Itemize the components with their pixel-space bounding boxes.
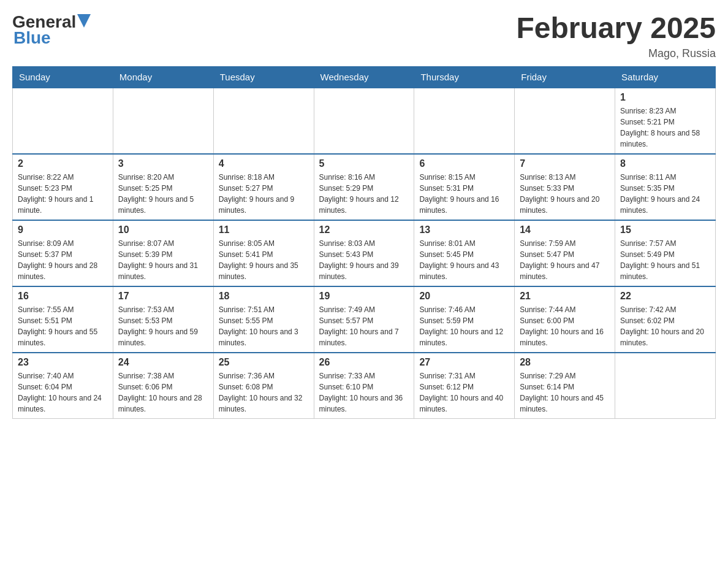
day-number: 26 — [319, 357, 409, 368]
day-info: Sunrise: 8:22 AM Sunset: 5:23 PM Dayligh… — [18, 172, 108, 216]
calendar-cell — [414, 88, 515, 154]
day-number: 14 — [520, 224, 610, 236]
calendar-cell — [515, 88, 615, 154]
day-info: Sunrise: 7:49 AM Sunset: 5:57 PM Dayligh… — [319, 304, 409, 348]
day-number: 10 — [118, 224, 208, 236]
day-info: Sunrise: 8:13 AM Sunset: 5:33 PM Dayligh… — [520, 172, 610, 216]
logo-blue: Blue — [13, 28, 51, 48]
calendar-week-3: 9Sunrise: 8:09 AM Sunset: 5:37 PM Daylig… — [13, 220, 716, 286]
calendar-cell: 13Sunrise: 8:01 AM Sunset: 5:45 PM Dayli… — [414, 220, 515, 286]
day-number: 11 — [219, 224, 309, 236]
calendar-header-row: SundayMondayTuesdayWednesdayThursdayFrid… — [13, 66, 716, 88]
day-info: Sunrise: 8:23 AM Sunset: 5:21 PM Dayligh… — [620, 105, 710, 150]
calendar-cell — [615, 353, 716, 419]
calendar-table: SundayMondayTuesdayWednesdayThursdayFrid… — [12, 66, 716, 419]
day-number: 27 — [419, 357, 509, 368]
day-number: 4 — [219, 158, 309, 169]
calendar-cell: 19Sunrise: 7:49 AM Sunset: 5:57 PM Dayli… — [314, 286, 414, 353]
calendar-week-5: 23Sunrise: 7:40 AM Sunset: 6:04 PM Dayli… — [13, 353, 716, 419]
day-info: Sunrise: 7:36 AM Sunset: 6:08 PM Dayligh… — [219, 370, 309, 415]
day-number: 1 — [620, 92, 710, 103]
day-header-friday: Friday — [515, 66, 615, 88]
svg-marker-0 — [77, 14, 91, 28]
calendar-cell: 6Sunrise: 8:15 AM Sunset: 5:31 PM Daylig… — [414, 154, 515, 220]
calendar-cell: 1Sunrise: 8:23 AM Sunset: 5:21 PM Daylig… — [615, 88, 716, 154]
calendar-cell: 2Sunrise: 8:22 AM Sunset: 5:23 PM Daylig… — [13, 154, 113, 220]
day-info: Sunrise: 7:53 AM Sunset: 5:53 PM Dayligh… — [118, 304, 208, 348]
day-info: Sunrise: 7:46 AM Sunset: 5:59 PM Dayligh… — [419, 304, 509, 348]
calendar-week-2: 2Sunrise: 8:22 AM Sunset: 5:23 PM Daylig… — [13, 154, 716, 220]
calendar-cell: 23Sunrise: 7:40 AM Sunset: 6:04 PM Dayli… — [13, 353, 113, 419]
day-info: Sunrise: 7:42 AM Sunset: 6:02 PM Dayligh… — [620, 304, 710, 348]
location: Mago, Russia — [516, 47, 716, 60]
day-info: Sunrise: 7:29 AM Sunset: 6:14 PM Dayligh… — [520, 370, 610, 415]
day-number: 7 — [520, 158, 610, 169]
day-number: 9 — [18, 224, 108, 236]
calendar-cell: 3Sunrise: 8:20 AM Sunset: 5:25 PM Daylig… — [113, 154, 213, 220]
calendar-cell: 12Sunrise: 8:03 AM Sunset: 5:43 PM Dayli… — [314, 220, 414, 286]
calendar-cell: 15Sunrise: 7:57 AM Sunset: 5:49 PM Dayli… — [615, 220, 716, 286]
month-title: February 2025 — [516, 12, 716, 45]
day-number: 18 — [219, 291, 309, 302]
day-info: Sunrise: 8:18 AM Sunset: 5:27 PM Dayligh… — [219, 172, 309, 216]
day-number: 25 — [219, 357, 309, 368]
day-info: Sunrise: 7:38 AM Sunset: 6:06 PM Dayligh… — [118, 370, 208, 415]
day-number: 21 — [520, 291, 610, 302]
day-number: 8 — [620, 158, 710, 169]
day-info: Sunrise: 7:55 AM Sunset: 5:51 PM Dayligh… — [18, 304, 108, 348]
calendar-cell — [213, 88, 314, 154]
calendar-cell: 17Sunrise: 7:53 AM Sunset: 5:53 PM Dayli… — [113, 286, 213, 353]
day-info: Sunrise: 7:51 AM Sunset: 5:55 PM Dayligh… — [219, 304, 309, 348]
day-info: Sunrise: 7:40 AM Sunset: 6:04 PM Dayligh… — [18, 370, 108, 415]
day-header-thursday: Thursday — [414, 66, 515, 88]
day-number: 15 — [620, 224, 710, 236]
logo-triangle-icon — [77, 14, 91, 28]
day-number: 24 — [118, 357, 208, 368]
day-header-tuesday: Tuesday — [213, 66, 314, 88]
day-number: 6 — [419, 158, 509, 169]
day-number: 23 — [18, 357, 108, 368]
day-header-monday: Monday — [113, 66, 213, 88]
day-info: Sunrise: 8:09 AM Sunset: 5:37 PM Dayligh… — [18, 238, 108, 282]
day-number: 13 — [419, 224, 509, 236]
day-info: Sunrise: 8:07 AM Sunset: 5:39 PM Dayligh… — [118, 238, 208, 282]
calendar-cell: 4Sunrise: 8:18 AM Sunset: 5:27 PM Daylig… — [213, 154, 314, 220]
title-section: February 2025 Mago, Russia — [516, 12, 716, 60]
day-info: Sunrise: 8:05 AM Sunset: 5:41 PM Dayligh… — [219, 238, 309, 282]
day-number: 28 — [520, 357, 610, 368]
day-number: 16 — [18, 291, 108, 302]
calendar-week-1: 1Sunrise: 8:23 AM Sunset: 5:21 PM Daylig… — [13, 88, 716, 154]
calendar-cell: 27Sunrise: 7:31 AM Sunset: 6:12 PM Dayli… — [414, 353, 515, 419]
calendar-cell: 5Sunrise: 8:16 AM Sunset: 5:29 PM Daylig… — [314, 154, 414, 220]
day-info: Sunrise: 7:59 AM Sunset: 5:47 PM Dayligh… — [520, 238, 610, 282]
calendar-cell: 9Sunrise: 8:09 AM Sunset: 5:37 PM Daylig… — [13, 220, 113, 286]
calendar-cell: 24Sunrise: 7:38 AM Sunset: 6:06 PM Dayli… — [113, 353, 213, 419]
calendar-cell — [13, 88, 113, 154]
day-info: Sunrise: 7:31 AM Sunset: 6:12 PM Dayligh… — [419, 370, 509, 415]
calendar-cell: 11Sunrise: 8:05 AM Sunset: 5:41 PM Dayli… — [213, 220, 314, 286]
day-info: Sunrise: 7:57 AM Sunset: 5:49 PM Dayligh… — [620, 238, 710, 282]
day-info: Sunrise: 8:15 AM Sunset: 5:31 PM Dayligh… — [419, 172, 509, 216]
day-number: 19 — [319, 291, 409, 302]
day-info: Sunrise: 8:20 AM Sunset: 5:25 PM Dayligh… — [118, 172, 208, 216]
day-header-wednesday: Wednesday — [314, 66, 414, 88]
day-number: 3 — [118, 158, 208, 169]
calendar-cell: 26Sunrise: 7:33 AM Sunset: 6:10 PM Dayli… — [314, 353, 414, 419]
day-number: 2 — [18, 158, 108, 169]
day-number: 5 — [319, 158, 409, 169]
day-info: Sunrise: 8:16 AM Sunset: 5:29 PM Dayligh… — [319, 172, 409, 216]
day-header-sunday: Sunday — [13, 66, 113, 88]
calendar-cell: 20Sunrise: 7:46 AM Sunset: 5:59 PM Dayli… — [414, 286, 515, 353]
calendar-cell: 21Sunrise: 7:44 AM Sunset: 6:00 PM Dayli… — [515, 286, 615, 353]
calendar-cell: 8Sunrise: 8:11 AM Sunset: 5:35 PM Daylig… — [615, 154, 716, 220]
calendar-cell: 10Sunrise: 8:07 AM Sunset: 5:39 PM Dayli… — [113, 220, 213, 286]
calendar-cell: 25Sunrise: 7:36 AM Sunset: 6:08 PM Dayli… — [213, 353, 314, 419]
logo: General Blue — [12, 12, 91, 48]
day-info: Sunrise: 8:01 AM Sunset: 5:45 PM Dayligh… — [419, 238, 509, 282]
page-header: General Blue February 2025 Mago, Russia — [12, 12, 716, 60]
day-number: 12 — [319, 224, 409, 236]
day-info: Sunrise: 8:03 AM Sunset: 5:43 PM Dayligh… — [319, 238, 409, 282]
calendar-cell — [314, 88, 414, 154]
calendar-cell — [113, 88, 213, 154]
day-number: 22 — [620, 291, 710, 302]
